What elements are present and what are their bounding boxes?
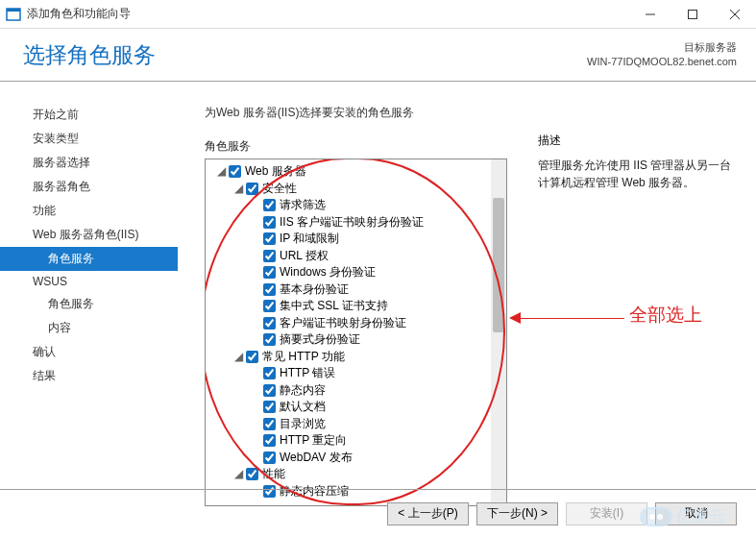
- tree-checkbox[interactable]: [263, 452, 276, 464]
- sidebar-item-6[interactable]: 角色服务: [0, 247, 178, 271]
- cancel-button[interactable]: 取消: [655, 502, 737, 525]
- tree-label: WebDAV 发布: [280, 450, 353, 467]
- install-button: 安装(I): [566, 502, 647, 525]
- tree-row[interactable]: ▷集中式 SSL 证书支持: [207, 298, 504, 315]
- minimize-button[interactable]: [629, 0, 671, 29]
- collapse-icon[interactable]: ◢: [232, 466, 244, 483]
- description-text: 管理服务允许使用 IIS 管理器从另一台计算机远程管理 Web 服务器。: [538, 157, 735, 191]
- sidebar-item-4[interactable]: 功能: [0, 199, 178, 223]
- tree-content: ◢Web 服务器◢安全性▷请求筛选▷IIS 客户端证书映射身份验证▷IP 和域限…: [206, 159, 506, 503]
- next-button[interactable]: 下一步(N) >: [476, 502, 558, 525]
- close-button[interactable]: [714, 0, 756, 29]
- sidebar-item-7[interactable]: WSUS: [0, 271, 178, 292]
- tree-checkbox[interactable]: [263, 401, 276, 413]
- tree-checkbox[interactable]: [246, 468, 258, 480]
- tree-checkbox[interactable]: [263, 384, 276, 397]
- tree-row[interactable]: ▷URL 授权: [207, 248, 504, 265]
- tree-checkbox[interactable]: [263, 266, 276, 279]
- tree-row[interactable]: ◢Web 服务器: [207, 163, 504, 181]
- tree-label: Web 服务器: [245, 163, 306, 181]
- tree-row[interactable]: ▷基本身份验证: [207, 281, 504, 299]
- tree-checkbox[interactable]: [263, 418, 276, 430]
- tree-label: 默认文档: [280, 399, 326, 416]
- tree-row[interactable]: ▷目录浏览: [207, 416, 504, 433]
- tree-row[interactable]: ▷客户端证书映射身份验证: [207, 315, 504, 332]
- tree-label: 目录浏览: [280, 416, 326, 433]
- tree-label: URL 授权: [280, 248, 329, 265]
- tree-checkbox[interactable]: [246, 183, 258, 195]
- tree-checkbox[interactable]: [229, 165, 241, 178]
- sidebar-item-2[interactable]: 服务器选择: [0, 151, 178, 175]
- tree-checkbox[interactable]: [263, 367, 276, 379]
- collapse-icon[interactable]: ◢: [232, 349, 244, 366]
- svg-rect-1: [7, 9, 20, 12]
- tree-checkbox[interactable]: [263, 199, 276, 211]
- sidebar-item-9[interactable]: 内容: [0, 316, 178, 340]
- maximize-button[interactable]: [671, 0, 714, 29]
- tree-row[interactable]: ▷静态内容: [207, 382, 504, 400]
- tree-checkbox[interactable]: [263, 283, 276, 296]
- scrollbar-thumb[interactable]: [493, 198, 504, 332]
- sidebar-item-10[interactable]: 确认: [0, 340, 178, 364]
- description-panel: 描述 管理服务允许使用 IIS 管理器从另一台计算机远程管理 Web 服务器。: [538, 133, 735, 191]
- tree-checkbox[interactable]: [263, 333, 276, 346]
- sidebar-item-5[interactable]: Web 服务器角色(IIS): [0, 223, 178, 247]
- role-services-tree[interactable]: ◢Web 服务器◢安全性▷请求筛选▷IIS 客户端证书映射身份验证▷IP 和域限…: [205, 159, 507, 506]
- wizard-sidebar: 开始之前安装类型服务器选择服务器角色功能Web 服务器角色(IIS)角色服务WS…: [0, 82, 178, 485]
- page-title: 选择角色服务: [23, 40, 156, 70]
- annotation-text: 全部选上: [629, 303, 702, 328]
- tree-label: 静态内容: [280, 382, 326, 400]
- app-icon: [6, 7, 21, 22]
- tree-row[interactable]: ▷摘要式身份验证: [207, 331, 504, 349]
- tree-checkbox[interactable]: [263, 250, 276, 262]
- svg-rect-3: [689, 10, 697, 18]
- tree-scrollbar[interactable]: [491, 159, 506, 505]
- tree-label: 性能: [262, 466, 285, 483]
- tree-checkbox[interactable]: [246, 351, 258, 363]
- tree-label: Windows 身份验证: [280, 264, 376, 281]
- tree-row[interactable]: ▷IIS 客户端证书映射身份验证: [207, 214, 504, 232]
- tree-label: 请求筛选: [280, 197, 326, 214]
- target-info: 目标服务器 WIN-77IDQMOOL82.benet.com: [587, 40, 737, 69]
- tree-label: 安全性: [262, 181, 297, 198]
- tree-label: 常见 HTTP 功能: [262, 349, 345, 366]
- tree-label: IP 和域限制: [280, 231, 339, 248]
- tree-label: HTTP 错误: [280, 365, 335, 382]
- wizard-footer: < 上一步(P) 下一步(N) > 安装(I) 取消: [0, 489, 756, 537]
- tree-label: 集中式 SSL 证书支持: [280, 298, 388, 315]
- tree-checkbox[interactable]: [263, 216, 276, 229]
- sidebar-item-11[interactable]: 结果: [0, 364, 178, 388]
- tree-row[interactable]: ▷HTTP 错误: [207, 365, 504, 382]
- tree-row[interactable]: ▷WebDAV 发布: [207, 450, 504, 467]
- tree-label: 基本身份验证: [280, 281, 349, 299]
- target-name: WIN-77IDQMOOL82.benet.com: [587, 55, 737, 69]
- sidebar-item-3[interactable]: 服务器角色: [0, 175, 178, 199]
- sidebar-item-0[interactable]: 开始之前: [0, 103, 178, 127]
- tree-row[interactable]: ◢性能: [207, 466, 504, 483]
- collapse-icon[interactable]: ◢: [232, 181, 244, 198]
- tree-row[interactable]: ◢安全性: [207, 181, 504, 198]
- sidebar-item-1[interactable]: 安装类型: [0, 127, 178, 151]
- tree-row[interactable]: ▷HTTP 重定向: [207, 432, 504, 450]
- tree-checkbox[interactable]: [263, 434, 276, 447]
- tree-checkbox[interactable]: [263, 300, 276, 312]
- tree-label: IIS 客户端证书映射身份验证: [280, 214, 424, 232]
- collapse-icon[interactable]: ◢: [215, 163, 227, 181]
- tree-checkbox[interactable]: [263, 317, 276, 330]
- tree-row[interactable]: ▷IP 和域限制: [207, 231, 504, 248]
- target-label: 目标服务器: [587, 40, 737, 55]
- tree-label: 客户端证书映射身份验证: [280, 315, 406, 332]
- tree-row[interactable]: ▷请求筛选: [207, 197, 504, 214]
- tree-row[interactable]: ▷Windows 身份验证: [207, 264, 504, 281]
- tree-checkbox[interactable]: [263, 232, 276, 245]
- page-header: 选择角色服务 目标服务器 WIN-77IDQMOOL82.benet.com: [0, 29, 756, 82]
- titlebar: 添加角色和功能向导: [0, 0, 756, 29]
- description-label: 描述: [538, 133, 735, 149]
- sidebar-item-8[interactable]: 角色服务: [0, 292, 178, 316]
- previous-button[interactable]: < 上一步(P): [387, 502, 469, 525]
- window-title: 添加角色和功能向导: [27, 6, 629, 22]
- tree-label: 摘要式身份验证: [280, 331, 360, 349]
- tree-row[interactable]: ◢常见 HTTP 功能: [207, 349, 504, 366]
- main-heading: 为Web 服务器(IIS)选择要安装的角色服务: [205, 105, 748, 121]
- tree-row[interactable]: ▷默认文档: [207, 399, 504, 416]
